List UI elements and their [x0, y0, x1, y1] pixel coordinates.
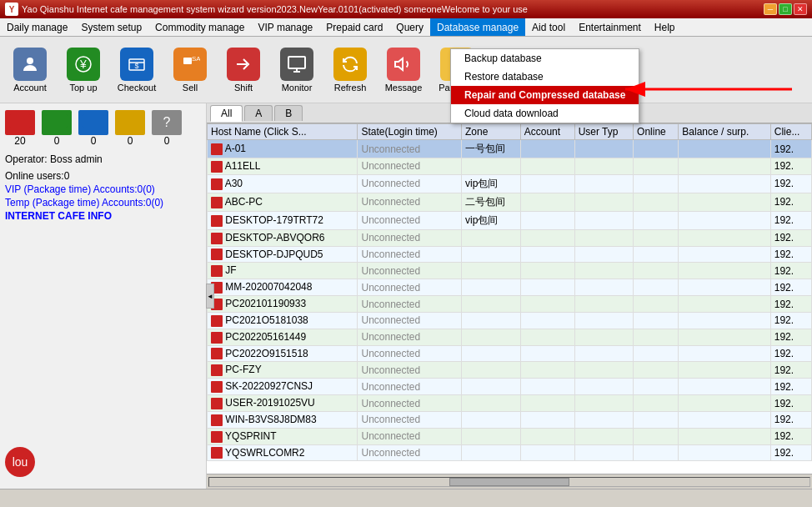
- dropdown-backup[interactable]: Backup database: [451, 49, 639, 68]
- cell-usertype: [574, 312, 633, 329]
- table-row[interactable]: MM-202007042048Unconnected192.: [208, 279, 812, 296]
- machine-dot-cell: A30: [208, 174, 358, 193]
- cell-client: 192.: [770, 296, 811, 313]
- svg-rect-13: [52, 128, 62, 130]
- menu-prepaid-card[interactable]: Prepaid card: [319, 18, 389, 36]
- horizontal-scrollbar[interactable]: [208, 477, 810, 487]
- machine-name: A30: [223, 178, 243, 189]
- svg-text:$: $: [134, 62, 138, 70]
- table-row[interactable]: SK-20220927CNSJUnconnected192.: [208, 379, 812, 395]
- message-button[interactable]: Message: [378, 41, 429, 99]
- dropdown-cloud[interactable]: Cloud data download: [451, 104, 639, 123]
- machine-dot-cell: DESKTOP-179TRT72: [208, 211, 358, 229]
- table-row[interactable]: JFUnconnected192.: [208, 263, 812, 279]
- table-row[interactable]: DESKTOP-179TRT72Unconnectedvip包间192.: [208, 211, 812, 229]
- maximize-button[interactable]: □: [779, 3, 792, 15]
- table-row[interactable]: ABC-PCUnconnected二号包间192.: [208, 193, 812, 211]
- table-row[interactable]: PC202205161449Unconnected192.: [208, 329, 812, 345]
- sell-label: Sell: [183, 83, 198, 93]
- cell-account: [520, 395, 574, 412]
- collapse-panel-button[interactable]: ◄: [206, 284, 214, 309]
- svg-text:¥: ¥: [79, 58, 87, 71]
- cell-online: [634, 411, 679, 428]
- cell-client: 192.: [770, 140, 811, 158]
- machine-dot-cell: YQSWRLCOMR2: [208, 444, 358, 461]
- cell-online: [634, 229, 679, 246]
- menu-daily-manage[interactable]: Daily manage: [0, 18, 74, 36]
- menu-system-setup[interactable]: System setup: [74, 18, 148, 36]
- cell-account: [520, 312, 574, 329]
- scrollbar-area[interactable]: [207, 474, 812, 489]
- menu-entertainment[interactable]: Entertainment: [572, 18, 648, 36]
- cell-online: [634, 140, 679, 158]
- table-row[interactable]: USER-20191025VUUnconnected192.: [208, 395, 812, 412]
- vip-accounts[interactable]: VIP (Package time) Accounts:0(0): [5, 183, 201, 195]
- cell-zone: [462, 296, 521, 313]
- table-row[interactable]: YQSPRINTUnconnected192.: [208, 428, 812, 444]
- close-button[interactable]: ✕: [794, 3, 807, 15]
- dropdown-menu: Backup database Restore database Repair …: [450, 48, 639, 123]
- svg-rect-5: [183, 58, 192, 64]
- sell-button[interactable]: SALE Sell: [165, 41, 215, 99]
- machine-name: DESKTOP-ABVQOR6: [223, 232, 324, 243]
- table-row[interactable]: A-01Unconnected一号包间192.: [208, 140, 812, 158]
- monitor-button[interactable]: Monitor: [272, 41, 322, 99]
- table-row[interactable]: PC2021O5181038Unconnected192.: [208, 312, 812, 329]
- dropdown-repair[interactable]: Repair and Compressed database: [451, 86, 639, 104]
- cell-usertype: [574, 428, 633, 444]
- menu-help[interactable]: Help: [648, 18, 682, 36]
- table-row[interactable]: A30Unconnectedvip包间192.: [208, 174, 812, 193]
- cafe-info-link[interactable]: INTERNET CAFE INFO: [5, 210, 201, 222]
- table-container[interactable]: Host Name (Click S... State(Login time) …: [207, 123, 812, 474]
- machine-state: Unconnected: [358, 296, 462, 313]
- tab-b[interactable]: B: [274, 105, 303, 121]
- cell-zone: [462, 345, 521, 362]
- machine-state: Unconnected: [358, 174, 462, 193]
- cell-client: 192.: [770, 411, 811, 428]
- cell-balance: [679, 211, 770, 229]
- table-row[interactable]: A11ELLUnconnected192.: [208, 158, 812, 175]
- scrollbar-thumb[interactable]: [449, 478, 569, 486]
- machine-state: Unconnected: [358, 158, 462, 175]
- tab-all[interactable]: All: [210, 105, 243, 122]
- cell-balance: [679, 411, 770, 428]
- minimize-button[interactable]: ─: [764, 3, 777, 15]
- col-hostname: Host Name (Click S...: [208, 124, 358, 140]
- machine-state: Unconnected: [358, 329, 462, 345]
- shift-button[interactable]: Shift: [218, 41, 268, 99]
- cell-account: [520, 193, 574, 211]
- account-button[interactable]: Account: [5, 41, 55, 99]
- menu-vip-manage[interactable]: VIP manage: [251, 18, 319, 36]
- machine-item-red: 20: [3, 110, 37, 147]
- svg-text:SALE: SALE: [192, 55, 200, 63]
- topup-button[interactable]: ¥ Top up: [58, 41, 108, 99]
- avatar[interactable]: lou: [5, 447, 35, 477]
- machine-state: Unconnected: [358, 411, 462, 428]
- machine-name: PC-FZY: [223, 364, 262, 375]
- machine-item-gray: ? 0: [150, 110, 183, 147]
- table-row[interactable]: DESKTOP-DJPQUD5Unconnected192.: [208, 246, 812, 263]
- menu-query[interactable]: Query: [389, 18, 430, 36]
- table-row[interactable]: PC-FZYUnconnected192.: [208, 362, 812, 379]
- col-client: Clie...: [770, 124, 811, 140]
- cell-zone: 一号包间: [462, 140, 521, 158]
- machine-state: Unconnected: [358, 379, 462, 395]
- temp-accounts[interactable]: Temp (Package time) Accounts:0(0): [5, 197, 201, 208]
- menu-commodity-manage[interactable]: Commodity manage: [148, 18, 251, 36]
- table-row[interactable]: DESKTOP-ABVQOR6Unconnected192.: [208, 229, 812, 246]
- dropdown-restore[interactable]: Restore database: [451, 68, 639, 86]
- table-row[interactable]: PC202101190933Unconnected192.: [208, 296, 812, 313]
- machine-count-green: 0: [54, 135, 60, 147]
- menu-aid-tool[interactable]: Aid tool: [525, 18, 572, 36]
- account-icon: [13, 48, 47, 81]
- tab-a[interactable]: A: [244, 105, 273, 121]
- table-row[interactable]: PC2022O9151518Unconnected192.: [208, 345, 812, 362]
- refresh-button[interactable]: Refresh: [325, 41, 375, 99]
- message-icon: [387, 48, 420, 81]
- checkout-button[interactable]: $ Checkout: [112, 41, 162, 99]
- cell-account: [520, 158, 574, 175]
- menu-database-manage[interactable]: Database manage: [430, 18, 525, 36]
- machine-name: USER-20191025VU: [223, 397, 315, 409]
- table-row[interactable]: YQSWRLCOMR2Unconnected192.: [208, 444, 812, 461]
- table-row[interactable]: WIN-B3VS8J8DM83Unconnected192.: [208, 411, 812, 428]
